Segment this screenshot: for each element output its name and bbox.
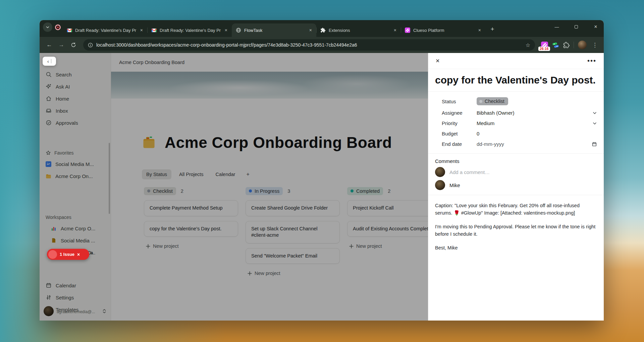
date-picker-calendar-icon[interactable] [592,141,597,147]
tab-calendar[interactable]: Calendar [211,169,240,179]
workspace-item-acme-1[interactable]: Acme Corp O... [40,222,111,234]
favorite-item-acme-corp[interactable]: Acme Corp On... [40,170,111,182]
comment-paragraph: I'm moving this to Pending Approval. Ple… [435,223,597,238]
sidebar-item-label: Ask AI [56,84,70,90]
browser-tab-extensions[interactable]: Extensions × [316,23,401,37]
column-count: 3 [287,188,290,194]
new-project-button[interactable]: New project [347,241,428,251]
maximize-button[interactable] [573,25,580,28]
tab-search-button[interactable] [43,22,52,32]
site-info-icon[interactable] [88,43,93,48]
tab-close-icon[interactable]: × [308,27,313,33]
cover-image[interactable] [111,72,428,99]
tab-close-icon[interactable]: × [477,27,482,33]
sidebar-item-ask-ai[interactable]: Ask AI [40,80,111,93]
tab-title: Draft Ready: Valentine's Day Pr [75,28,137,33]
assignee-select[interactable]: Bibhash (Owner) [477,110,515,116]
user-email: agraalkenemedia@... [57,309,95,314]
comment-body: Caption: "Love your skin this February. … [428,195,604,251]
column-count: 2 [181,188,183,194]
column-status-pill[interactable]: Completed [347,187,383,195]
sidebar-item-label: Calendar [56,283,76,288]
task-title[interactable]: copy for the Valentine's Day post. [435,74,604,86]
sidebar-item-inbox[interactable]: Inbox [40,105,111,117]
browser-menu-icon[interactable]: ⋮ [591,42,599,49]
issue-badge-close-icon[interactable]: × [77,252,80,257]
browser-tab-clueso[interactable]: Clueso Platform × [401,23,485,37]
user-account-row[interactable]: agraalkenemedia@... [40,304,111,319]
sidebar-item-settings[interactable]: Settings [40,291,111,303]
sidebar-collapse-button[interactable]: ‹ [43,57,56,66]
puzzle-icon [320,27,326,33]
breadcrumb[interactable]: Acme Corp Onboarding Board [119,60,184,65]
chevron-down-icon [46,25,50,29]
task-card[interactable]: Create Shared Google Drive Folder [246,200,340,216]
browser-tab-flowtask[interactable]: FlowTask × [232,23,316,37]
browser-tab-gmail-1[interactable]: Draft Ready: Valentine's Day Pr × [63,23,147,37]
extensions-puzzle-icon[interactable] [563,42,570,48]
url-text[interactable]: localhost:3000/dashboard/workspaces/acme… [96,42,522,48]
sidebar-item-approvals[interactable]: Approvals [40,117,111,129]
green-extension-icon[interactable] [552,42,559,49]
address-bar[interactable]: localhost:3000/dashboard/workspaces/acme… [83,39,535,51]
field-priority: Priority Medium [428,118,604,128]
tab-title: Extensions [329,28,390,33]
tab-by-status[interactable]: By Status [142,169,171,179]
workspace-item-social-media[interactable]: Social Media ... [40,234,111,246]
check-circle-icon [46,120,52,126]
column-count: 2 [388,188,390,194]
task-card[interactable]: Send "Welcome Packet" Email [246,248,340,264]
new-tab-button[interactable]: + [487,24,497,34]
favorite-item-social-media[interactable]: Social Media M... [40,158,111,170]
folder-icon [46,173,51,179]
status-chip[interactable]: Checklist [477,97,508,105]
sidebar-item-search[interactable]: Search [40,68,111,80]
sidebar-item-home[interactable]: Home [40,93,111,105]
comments-section: Comments Add a comment… Mike Caption: "L… [428,154,604,261]
sidebar-item-calendar[interactable]: Calendar [40,279,111,291]
panel-menu-icon[interactable]: ••• [587,57,596,65]
add-view-button[interactable]: + [243,169,253,180]
budget-input[interactable]: 0 [477,131,479,136]
reload-button[interactable] [68,40,78,50]
profile-avatar[interactable] [578,41,587,49]
column-status-pill[interactable]: Checklist [144,187,176,195]
task-card[interactable]: Complete Payment Method Setup [144,200,238,216]
task-card[interactable]: copy for the Valentine's Day post. [144,221,238,237]
issue-badge[interactable]: 1 Issue × [47,249,89,260]
task-card[interactable]: Audit of Existing Accounts Complete [347,221,428,237]
minimize-button[interactable]: — [553,24,560,30]
column-status-pill[interactable]: In Progress [246,187,283,195]
comment-author-avatar [435,180,445,190]
favorite-item-label: Acme Corp On... [55,173,93,179]
account-switcher-icon[interactable] [102,308,107,314]
tab-close-icon[interactable]: × [393,27,397,33]
chevron-down-icon[interactable] [592,111,597,115]
tab-close-icon[interactable]: × [224,27,228,33]
close-window-button[interactable]: × [592,24,599,30]
tab-close-icon[interactable]: × [139,27,144,33]
browser-window: Draft Ready: Valentine's Day Pr × Draft … [40,20,604,321]
column-checklist: Checklist 2 Complete Payment Method Setu… [142,186,240,251]
priority-select[interactable]: Medium [477,120,494,126]
globe-icon [236,27,241,33]
new-project-button[interactable]: New project [144,241,238,251]
back-button[interactable]: ← [44,40,54,50]
forward-button[interactable]: → [56,40,66,50]
end-date-input[interactable]: dd-mm-yyyy [477,141,504,147]
browser-tab-gmail-2[interactable]: Draft Ready: Valentine's Day Pr × [147,23,232,37]
new-project-button[interactable]: New project [246,269,340,278]
clueso-extension-icon[interactable]: 26:16 [541,42,548,49]
recording-timer-badge: 26:16 [538,47,550,51]
bookmark-star-icon[interactable]: ☆ [526,42,530,48]
task-card[interactable]: Project Kickoff Call [347,200,428,216]
plus-icon [349,244,354,248]
panel-close-icon[interactable]: × [436,57,440,65]
add-comment-input[interactable]: Add a comment… [449,169,597,175]
sidebar-scrollbar[interactable] [109,143,110,214]
task-card[interactable]: Set up Slack Connect Channel #client-acm… [246,221,340,243]
chevron-down-icon[interactable] [592,121,597,126]
tab-all-projects[interactable]: All Projects [175,169,208,179]
tab-title: Clueso Platform [413,28,475,33]
flowtask-app: Search Ask AI Home Inbox [40,53,604,321]
